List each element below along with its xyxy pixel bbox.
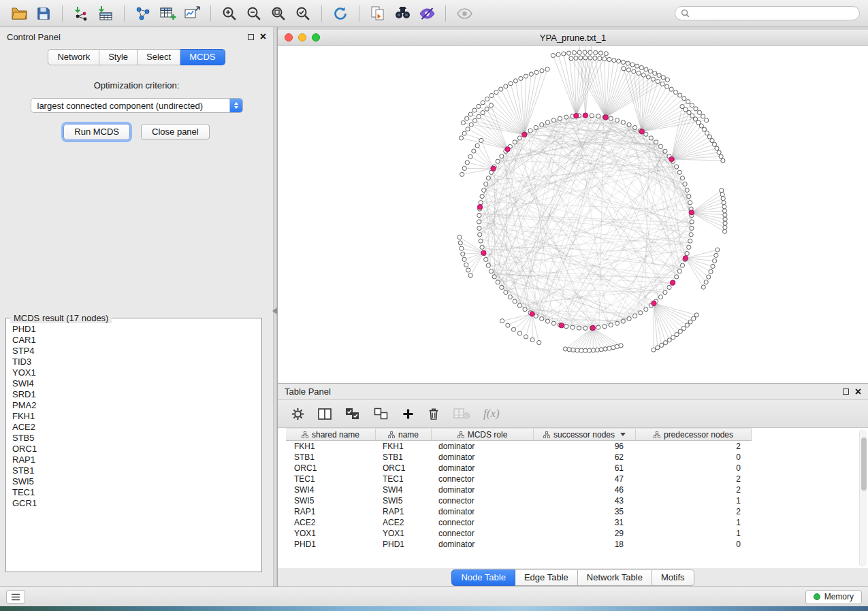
mcds-node-item[interactable]: ACE2: [12, 422, 261, 433]
network-node[interactable]: [723, 225, 727, 229]
network-node[interactable]: [593, 56, 597, 60]
network-node[interactable]: [564, 325, 568, 329]
network-node[interactable]: [540, 122, 544, 127]
network-node[interactable]: [481, 101, 485, 105]
network-node[interactable]: [579, 56, 583, 60]
close-panel-button[interactable]: Close panel: [141, 124, 210, 140]
table-row[interactable]: RAP1RAP1dominator352: [286, 506, 752, 517]
network-hub-node[interactable]: [639, 129, 644, 134]
mcds-node-item[interactable]: TEC1: [12, 487, 261, 498]
open-folder-icon[interactable]: [8, 3, 30, 24]
network-node[interactable]: [627, 122, 631, 127]
network-node[interactable]: [649, 136, 653, 140]
network-node[interactable]: [590, 114, 594, 118]
network-node[interactable]: [675, 333, 679, 337]
network-node[interactable]: [632, 69, 636, 73]
network-node[interactable]: [635, 64, 639, 68]
network-node[interactable]: [661, 76, 665, 80]
network-node[interactable]: [464, 263, 468, 267]
network-node[interactable]: [723, 221, 727, 225]
network-node[interactable]: [644, 67, 648, 71]
network-node[interactable]: [722, 205, 726, 209]
network-node[interactable]: [654, 140, 658, 144]
network-node[interactable]: [545, 67, 549, 71]
network-node[interactable]: [612, 59, 616, 63]
network-node[interactable]: [683, 182, 687, 186]
network-node[interactable]: [684, 108, 688, 112]
network-hub-node[interactable]: [689, 210, 694, 215]
network-node[interactable]: [721, 197, 725, 201]
network-node[interactable]: [587, 348, 591, 352]
mcds-node-item[interactable]: GCR1: [12, 498, 261, 509]
network-node[interactable]: [611, 346, 615, 350]
network-node[interactable]: [653, 71, 657, 75]
zoom-in-icon[interactable]: [219, 3, 240, 24]
minimize-window-button[interactable]: [298, 33, 306, 42]
network-node[interactable]: [697, 110, 701, 114]
network-node[interactable]: [626, 68, 630, 72]
network-node[interactable]: [545, 120, 549, 125]
network-node[interactable]: [485, 97, 489, 101]
mcds-node-item[interactable]: ORC1: [12, 444, 261, 455]
network-node[interactable]: [701, 285, 705, 289]
network-node[interactable]: [609, 323, 613, 327]
run-mcds-button[interactable]: Run MCDS: [63, 124, 130, 140]
function-builder-icon[interactable]: f(x): [483, 407, 500, 420]
network-node[interactable]: [602, 56, 607, 61]
network-node[interactable]: [509, 82, 513, 86]
network-node[interactable]: [479, 138, 483, 142]
close-panel-icon[interactable]: ×: [260, 33, 266, 41]
network-hub-node[interactable]: [530, 312, 534, 316]
network-node[interactable]: [658, 295, 662, 299]
network-node[interactable]: [687, 110, 691, 114]
network-node[interactable]: [588, 56, 592, 60]
network-node[interactable]: [723, 229, 727, 233]
refresh-view-icon[interactable]: [329, 3, 351, 24]
network-node[interactable]: [690, 220, 694, 224]
new-network-icon[interactable]: [132, 3, 154, 24]
network-node[interactable]: [540, 69, 544, 73]
network-node[interactable]: [721, 159, 725, 163]
column-header-shared-name[interactable]: shared name: [286, 429, 376, 440]
tab-edge-table[interactable]: Edge Table: [515, 569, 578, 586]
network-node[interactable]: [621, 319, 625, 323]
network-node[interactable]: [688, 320, 692, 324]
network-node[interactable]: [720, 188, 724, 193]
network-node[interactable]: [458, 241, 462, 245]
mcds-node-item[interactable]: YOX1: [12, 367, 261, 378]
network-node[interactable]: [461, 120, 465, 125]
delete-column-icon[interactable]: [428, 408, 440, 420]
network-node[interactable]: [529, 72, 533, 76]
import-table-from-file-icon[interactable]: [95, 3, 116, 24]
network-node[interactable]: [596, 114, 600, 118]
network-node[interactable]: [489, 103, 493, 108]
network-node[interactable]: [669, 87, 673, 91]
network-node[interactable]: [694, 107, 698, 111]
network-node[interactable]: [673, 90, 677, 94]
network-node[interactable]: [475, 144, 479, 148]
network-node[interactable]: [705, 131, 709, 135]
network-node[interactable]: [688, 201, 692, 205]
network-node[interactable]: [461, 252, 465, 256]
network-node[interactable]: [675, 275, 679, 279]
network-node[interactable]: [583, 326, 588, 330]
splitter-collapse-icon[interactable]: [272, 308, 277, 314]
network-node[interactable]: [480, 245, 484, 249]
network-node[interactable]: [680, 104, 684, 108]
save-session-icon[interactable]: [33, 3, 54, 24]
network-node[interactable]: [468, 154, 472, 159]
network-node[interactable]: [485, 107, 489, 111]
zoom-window-button[interactable]: [312, 33, 320, 42]
network-node[interactable]: [496, 280, 500, 284]
network-node[interactable]: [477, 213, 481, 217]
network-node[interactable]: [504, 84, 508, 88]
table-row[interactable]: FKH1FKH1dominator962: [286, 441, 752, 452]
network-node[interactable]: [577, 50, 581, 54]
network-node[interactable]: [707, 275, 711, 279]
network-node[interactable]: [656, 80, 660, 84]
network-node[interactable]: [688, 239, 692, 243]
network-node[interactable]: [652, 348, 656, 352]
network-hub-node[interactable]: [683, 256, 688, 261]
hide-graphics-details-icon[interactable]: [416, 3, 438, 24]
network-node[interactable]: [680, 176, 684, 180]
